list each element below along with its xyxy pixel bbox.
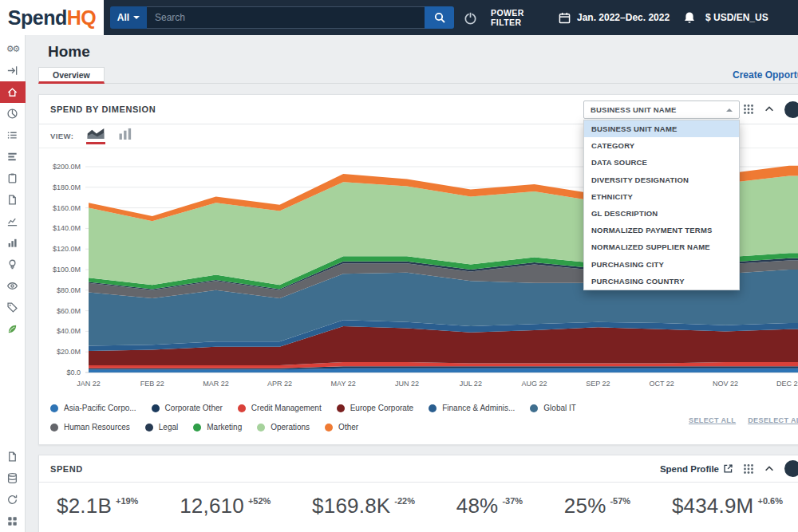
kpi: 12,610+52%: [180, 494, 271, 518]
widget-menu-button[interactable]: [743, 104, 754, 115]
legend-item[interactable]: Operations: [257, 420, 310, 434]
dimension-option[interactable]: PURCHASING CITY: [584, 256, 739, 273]
bar-chart-icon: [6, 237, 18, 249]
svg-text:FEB 22: FEB 22: [140, 380, 164, 388]
collapse-button[interactable]: [764, 104, 775, 115]
create-opportunities-link[interactable]: Create Opportuni: [733, 69, 798, 81]
sidebar-item-clipboard[interactable]: [0, 167, 26, 189]
legend-label: Marketing: [207, 423, 242, 432]
power-filter[interactable]: POWER FILTER: [463, 0, 524, 35]
grid-dots-icon: [743, 463, 754, 475]
dimension-option[interactable]: NORMALIZED PAYMENT TERMS: [584, 222, 739, 238]
legend-item[interactable]: Marketing: [193, 420, 242, 434]
kpi-delta: -22%: [394, 496, 415, 506]
legend-item[interactable]: Credit Management: [238, 401, 322, 415]
kpi-delta: +19%: [116, 496, 138, 506]
spendhq-logo[interactable]: SpendHQ: [0, 0, 104, 35]
collapse-button[interactable]: [764, 463, 775, 475]
dimension-option[interactable]: CATEGORY: [584, 137, 739, 154]
sidebar-item-line-chart[interactable]: [0, 211, 26, 232]
legend-item[interactable]: Legal: [145, 420, 178, 434]
dimension-option[interactable]: NORMALIZED SUPPLIER NAME: [584, 238, 739, 255]
legend-item[interactable]: Europe Corporate: [337, 401, 414, 415]
legend-dot: [238, 404, 246, 412]
legend-item[interactable]: Human Resources: [50, 420, 130, 434]
dimension-option[interactable]: BUSINESS UNIT NAME: [584, 120, 739, 137]
search-button[interactable]: [425, 6, 454, 29]
svg-text:$60.0M: $60.0M: [57, 307, 81, 315]
sidebar-item-sign-in[interactable]: [0, 60, 26, 81]
legend-dot: [257, 424, 265, 432]
database-icon: [6, 472, 18, 484]
lightbulb-icon: [6, 258, 18, 270]
deselect-all-link[interactable]: DESELECT ALL: [748, 416, 798, 424]
legend-label: Other: [338, 423, 358, 432]
kpi-row: $2.1B+19%12,610+52%$169.8K-22%48%-37%25%…: [39, 483, 798, 518]
svg-text:MAR 22: MAR 22: [203, 380, 229, 388]
sidebar-item-home[interactable]: [0, 81, 26, 103]
notifications-button[interactable]: [683, 0, 696, 35]
legend-item[interactable]: Finance & Adminis...: [429, 401, 515, 415]
sidebar-item-tags[interactable]: [0, 297, 26, 318]
widget-menu-button[interactable]: [743, 463, 754, 475]
legend-label: Legal: [159, 423, 178, 432]
sidebar-item-settings[interactable]: ⚙⚙: [0, 38, 26, 60]
dimension-option[interactable]: PURCHASING COUNTRY: [584, 273, 739, 290]
kpi: 48%-37%: [456, 494, 523, 518]
legend-label: Finance & Adminis...: [442, 404, 515, 412]
search-icon: [433, 11, 446, 24]
help-button[interactable]: [784, 460, 798, 477]
legend-item[interactable]: Global IT: [530, 401, 576, 415]
dimension-option[interactable]: DIVERSITY DESIGNATION: [584, 171, 739, 188]
date-range-picker[interactable]: Jan. 2022–Dec. 2022: [559, 0, 670, 35]
bar-view-toggle[interactable]: [118, 128, 132, 144]
dimension-select: BUSINESS UNIT NAME BUSINESS UNIT NAMECAT…: [583, 100, 740, 290]
sidebar-item-analytics[interactable]: [0, 103, 26, 124]
search-scope-button[interactable]: All: [110, 6, 147, 29]
sidebar-item-apps[interactable]: [0, 510, 26, 532]
sidebar-item-list[interactable]: [0, 124, 26, 146]
kpi-delta: -57%: [610, 496, 630, 506]
spend-card-header: SPEND Spend Profile: [39, 455, 798, 483]
legend-item[interactable]: Corporate Other: [152, 401, 223, 415]
sidebar-item-bar-chart[interactable]: [0, 232, 26, 254]
legend-item[interactable]: Other: [325, 420, 358, 434]
legend-dot: [530, 404, 538, 412]
kpi: 25%-57%: [564, 494, 630, 518]
area-view-toggle[interactable]: [86, 128, 105, 144]
select-all-link[interactable]: SELECT ALL: [689, 416, 736, 424]
sidebar-item-visibility[interactable]: [0, 275, 26, 297]
help-button[interactable]: [784, 101, 798, 118]
dimension-select-control[interactable]: BUSINESS UNIT NAME: [583, 100, 740, 119]
svg-text:$120.0M: $120.0M: [53, 245, 81, 253]
kpi-delta: +52%: [248, 496, 271, 506]
page-title: Home: [48, 43, 90, 61]
list-icon: [6, 129, 18, 141]
kpi-value: $2.1B: [57, 494, 112, 518]
search-input[interactable]: [147, 6, 425, 29]
svg-text:$180.0M: $180.0M: [53, 183, 81, 191]
sidebar-item-menu[interactable]: [0, 146, 26, 167]
sidebar-item-reports[interactable]: [0, 446, 26, 467]
sidebar-item-insights[interactable]: [0, 254, 26, 275]
tab-overview[interactable]: Overview: [38, 67, 105, 84]
spend-profile-link[interactable]: Spend Profile: [660, 463, 733, 474]
legend-dot: [152, 404, 160, 412]
svg-text:JAN 22: JAN 22: [77, 380, 101, 388]
legend-dot: [429, 404, 437, 412]
legend-item[interactable]: Asia-Pacific Corpo...: [50, 401, 136, 415]
dimension-option[interactable]: GL DESCRIPTION: [584, 205, 739, 222]
kpi: $434.9M+0.6%: [672, 494, 783, 518]
calendar-icon: [559, 12, 571, 24]
sidebar-item-refresh[interactable]: [0, 489, 26, 510]
kpi-value: 12,610: [180, 494, 244, 518]
dimension-option[interactable]: ETHNICITY: [584, 188, 739, 205]
sidebar-item-data[interactable]: [0, 467, 26, 489]
sidebar-item-document[interactable]: [0, 189, 26, 211]
sidebar-item-sustainability[interactable]: [0, 318, 26, 340]
dimension-option[interactable]: DATA SOURCE: [584, 154, 739, 171]
legend-dot: [337, 404, 345, 412]
svg-text:NOV 22: NOV 22: [713, 380, 738, 388]
currency-locale-selector[interactable]: $ USD/EN_US: [705, 0, 768, 35]
legend-dot: [50, 424, 58, 432]
